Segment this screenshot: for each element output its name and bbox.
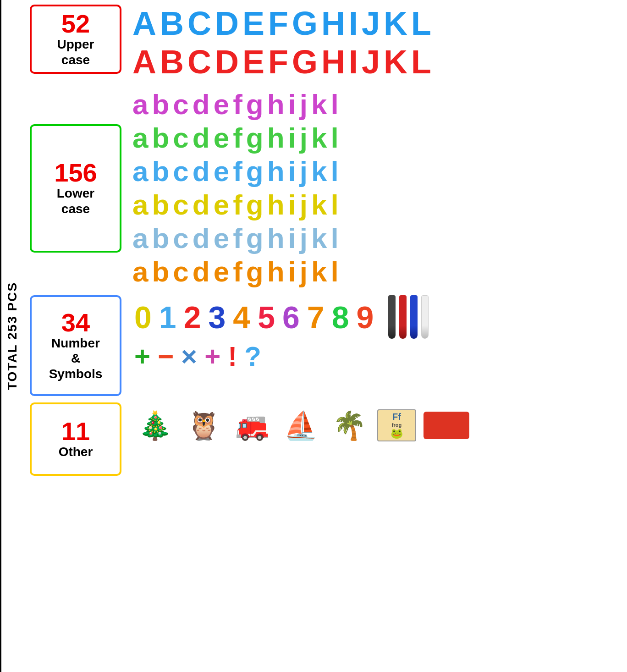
numbers-box: 34 Number&Symbols bbox=[30, 295, 121, 396]
letter-K-red: K bbox=[384, 43, 407, 81]
letter-D: D bbox=[215, 5, 239, 42]
lowercase-label: Lowercase bbox=[57, 186, 94, 216]
numbers-label: Number&Symbols bbox=[49, 336, 103, 382]
letter-G-red: G bbox=[292, 43, 318, 81]
uppercase-blue-row: A B C D E F G H I J K L bbox=[131, 5, 622, 42]
letter-I: I bbox=[349, 5, 358, 42]
others-row: 🎄 🦉 🚒 ⛵ 🌴 Ff frog 🐸 bbox=[131, 405, 473, 446]
other-section: 11 Other 🎄 🦉 🚒 ⛵ 🌴 Ff frog 🐸 bbox=[30, 402, 622, 476]
digits-row: 0 1 2 3 4 5 6 7 8 9 bbox=[131, 295, 622, 339]
digit-2: 2 bbox=[184, 299, 201, 335]
marker-red bbox=[399, 295, 407, 339]
digit-6: 6 bbox=[282, 299, 300, 335]
letter-K: K bbox=[384, 5, 407, 42]
letter-E: E bbox=[242, 5, 264, 42]
letter-F-red: F bbox=[268, 43, 288, 81]
lowercase-box: 156 Lowercase bbox=[30, 124, 121, 253]
marker-blue bbox=[410, 295, 418, 339]
markers-area bbox=[386, 295, 430, 339]
marker-black bbox=[388, 295, 396, 339]
uppercase-red-row: A B C D E F G H I J K L bbox=[131, 43, 622, 81]
lowercase-count: 156 bbox=[54, 160, 97, 186]
main-content: 52 Uppercase A B C D E F G H I J K L bbox=[25, 0, 627, 672]
lowercase-yellow-row: abcdefghijkl bbox=[131, 188, 622, 221]
other-box: 11 Other bbox=[30, 402, 121, 476]
lowercase-lightblue-row: abcdefghijkl bbox=[131, 222, 622, 254]
lowercase-blue-row: abcdefghijkl bbox=[131, 155, 622, 187]
total-text: TOTAL 253 PCS bbox=[5, 282, 20, 390]
numbers-symbols-area: 0 1 2 3 4 5 6 7 8 9 bbox=[131, 295, 622, 374]
lowercase-green-row: abcdefghijkl bbox=[131, 121, 622, 154]
letter-C-red: C bbox=[187, 43, 211, 81]
numbers-section: 34 Number&Symbols 0 1 2 3 4 5 6 7 8 9 bbox=[30, 295, 622, 396]
letter-H: H bbox=[321, 5, 345, 42]
letter-A-red: A bbox=[132, 43, 156, 81]
letter-J-red: J bbox=[362, 43, 380, 81]
marker-white bbox=[421, 295, 429, 339]
sym-plus2: + bbox=[204, 341, 220, 372]
digit-4: 4 bbox=[233, 299, 250, 335]
uppercase-label: Uppercase bbox=[57, 37, 94, 67]
digit-8: 8 bbox=[332, 299, 349, 335]
letter-I-red: I bbox=[349, 43, 358, 81]
digit-7: 7 bbox=[307, 299, 324, 335]
letter-C: C bbox=[187, 5, 211, 42]
letter-D-red: D bbox=[215, 43, 239, 81]
numbers-count: 34 bbox=[61, 310, 90, 336]
sym-times: × bbox=[181, 341, 197, 372]
uppercase-section: 52 Uppercase A B C D E F G H I J K L bbox=[30, 5, 622, 82]
icon-owl: 🦉 bbox=[183, 405, 224, 446]
uppercase-box: 52 Uppercase bbox=[30, 5, 121, 74]
icon-sailboat: ⛵ bbox=[280, 405, 321, 446]
digit-0: 0 bbox=[134, 299, 152, 335]
digit-9: 9 bbox=[356, 299, 374, 335]
flashcard-icon: 🐸 bbox=[390, 428, 403, 440]
digit-3: 3 bbox=[208, 299, 226, 335]
uppercase-count: 52 bbox=[61, 11, 90, 37]
symbols-row: + − × + ! ? bbox=[131, 341, 622, 372]
sym-minus: − bbox=[158, 341, 174, 372]
letter-L-red: L bbox=[411, 43, 431, 81]
eraser-item bbox=[424, 412, 469, 439]
letter-E-red: E bbox=[242, 43, 264, 81]
uppercase-letters-area: A B C D E F G H I J K L A B C bbox=[131, 5, 622, 82]
flashcard-item: Ff frog 🐸 bbox=[377, 409, 416, 441]
letter-B-red: B bbox=[160, 43, 184, 81]
letter-J: J bbox=[362, 5, 380, 42]
sym-plus: + bbox=[134, 341, 150, 372]
letter-H-red: H bbox=[321, 43, 345, 81]
letter-A: A bbox=[132, 5, 156, 42]
icon-fire-truck: 🚒 bbox=[231, 405, 273, 446]
letter-F: F bbox=[268, 5, 288, 42]
digit-5: 5 bbox=[258, 299, 275, 335]
icon-palm-tree: 🌴 bbox=[329, 405, 370, 446]
lowercase-purple-row: abcdefghijkl bbox=[131, 88, 622, 121]
letter-L: L bbox=[411, 5, 431, 42]
digit-1: 1 bbox=[159, 299, 176, 335]
page-container: TOTAL 253 PCS 52 Uppercase A B C D E F G… bbox=[0, 0, 627, 672]
letter-B: B bbox=[160, 5, 184, 42]
letter-G: G bbox=[292, 5, 318, 42]
sym-exclaim: ! bbox=[228, 341, 237, 372]
icon-christmas-tree: 🎄 bbox=[134, 405, 176, 446]
flashcard-word: frog bbox=[392, 422, 402, 428]
lowercase-letters-area: abcdefghijkl abcdefghijkl abcdefghijkl a… bbox=[131, 88, 622, 289]
flashcard-letter: Ff bbox=[392, 412, 401, 422]
sym-question: ? bbox=[244, 341, 261, 372]
other-label: Other bbox=[59, 444, 93, 460]
lowercase-orange-row: abcdefghijkl bbox=[131, 255, 622, 288]
lowercase-section: 156 Lowercase abcdefghijkl abcdefghijkl … bbox=[30, 88, 622, 289]
total-label: TOTAL 253 PCS bbox=[0, 0, 23, 672]
other-count: 11 bbox=[61, 419, 90, 444]
